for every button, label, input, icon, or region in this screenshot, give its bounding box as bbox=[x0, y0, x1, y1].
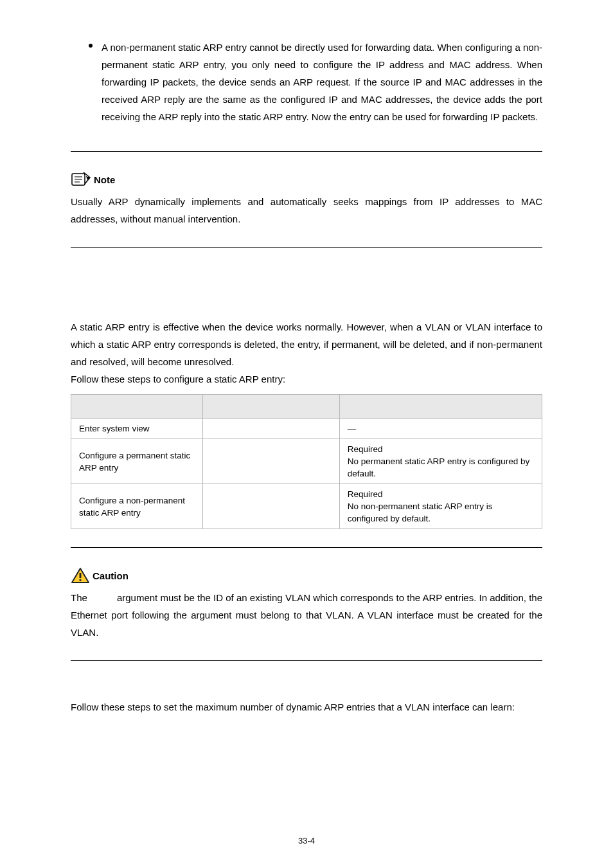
table-cell: Required No permanent static ARP entry i… bbox=[339, 439, 542, 484]
max-dynamic-intro: Follow these steps to set the maximum nu… bbox=[71, 698, 542, 716]
steps-intro: Follow these steps to configure a static… bbox=[71, 370, 542, 388]
note-label: Note bbox=[94, 174, 115, 185]
bullet-text: A non-permanent static ARP entry cannot … bbox=[102, 39, 542, 125]
spacer bbox=[71, 248, 542, 318]
table-cell-line: No non-permanent static ARP entry is con… bbox=[348, 500, 534, 525]
spacer bbox=[71, 661, 542, 698]
table-header-cell bbox=[203, 395, 340, 419]
bullet-block: A non-permanent static ARP entry cannot … bbox=[71, 39, 542, 125]
svg-rect-4 bbox=[80, 573, 82, 578]
bullet-dot-icon bbox=[89, 44, 93, 48]
table-cell: Enter system view bbox=[71, 419, 203, 439]
table-row: Configure a permanent static ARP entry R… bbox=[71, 439, 542, 484]
table-cell: Configure a non-permanent static ARP ent… bbox=[71, 484, 203, 529]
note-icon bbox=[71, 171, 91, 188]
table-cell-line: Required bbox=[348, 443, 534, 455]
caution-header: Caution bbox=[71, 567, 542, 584]
caution-prefix: The bbox=[71, 592, 90, 603]
caution-icon bbox=[71, 567, 90, 584]
table-cell-line: Required bbox=[348, 488, 534, 500]
svg-rect-5 bbox=[80, 579, 82, 581]
table-row: Enter system view — bbox=[71, 419, 542, 439]
table-cell bbox=[203, 419, 340, 439]
caution-label: Caution bbox=[93, 570, 129, 581]
config-table: Enter system view — Configure a permanen… bbox=[71, 394, 542, 529]
note-body: Usually ARP dynamically implements and a… bbox=[71, 193, 542, 228]
page-container: A non-permanent static ARP entry cannot … bbox=[0, 0, 613, 868]
note-header: Note bbox=[71, 171, 542, 188]
table-header-cell bbox=[339, 395, 542, 419]
static-entry-intro: A static ARP entry is effective when the… bbox=[71, 318, 542, 370]
table-cell: Configure a permanent static ARP entry bbox=[71, 439, 203, 484]
page-number: 33-4 bbox=[0, 836, 613, 845]
divider bbox=[71, 547, 542, 548]
divider bbox=[71, 151, 542, 152]
caution-suffix: argument must be the ID of an existing V… bbox=[71, 592, 542, 638]
table-cell: — bbox=[339, 419, 542, 439]
table-cell bbox=[203, 484, 340, 529]
table-cell-line: No permanent static ARP entry is configu… bbox=[348, 455, 534, 480]
note-block: Note Usually ARP dynamically implements … bbox=[71, 171, 542, 228]
table-row: Configure a non-permanent static ARP ent… bbox=[71, 484, 542, 529]
caution-block: Caution The argument must be the ID of a… bbox=[71, 567, 542, 641]
caution-body: The argument must be the ID of an existi… bbox=[71, 589, 542, 641]
table-cell: Required No non-permanent static ARP ent… bbox=[339, 484, 542, 529]
table-cell bbox=[203, 439, 340, 484]
table-header-cell bbox=[71, 395, 203, 419]
table-header-row bbox=[71, 395, 542, 419]
